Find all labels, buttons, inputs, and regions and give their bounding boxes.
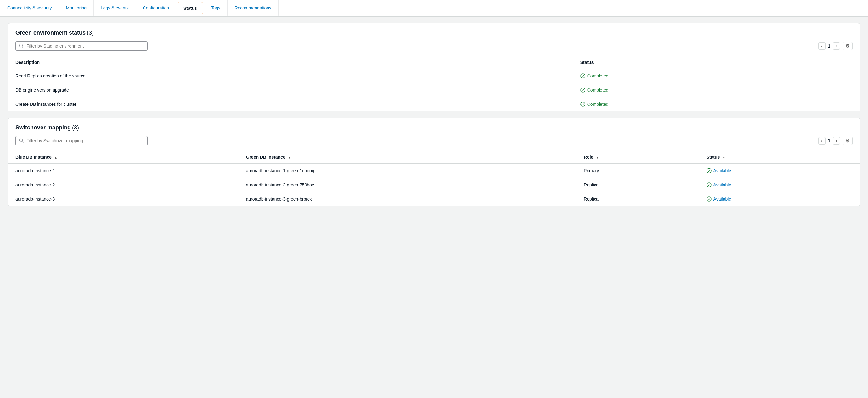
tab-status[interactable]: Status (178, 2, 203, 14)
sort-desc-icon-2: ▼ (596, 156, 599, 159)
switchover-status-cell: Available (699, 178, 860, 192)
switchover-section: Switchover mapping (3) ‹ 1 › ⚙ (7, 118, 861, 206)
green-env-settings-btn[interactable]: ⚙ (842, 42, 852, 50)
check-circle-icon (580, 102, 585, 107)
switchover-role-cell: Replica (576, 192, 699, 206)
tab-tags[interactable]: Tags (204, 0, 228, 17)
green-env-search-input[interactable] (26, 43, 144, 49)
switchover-role-cell: Primary (576, 164, 699, 178)
sort-desc-icon: ▼ (288, 156, 291, 159)
check-circle-icon (707, 182, 712, 187)
switchover-settings-btn[interactable]: ⚙ (842, 137, 852, 145)
green-env-count: (3) (87, 30, 94, 36)
tab-configuration[interactable]: Configuration (136, 0, 176, 17)
switchover-blue-cell: auroradb-instance-3 (8, 192, 239, 206)
check-circle-icon (580, 73, 585, 79)
switchover-green-cell: auroradb-instance-1-green-1onooq (239, 164, 576, 178)
svg-point-2 (581, 74, 585, 78)
switchover-count: (3) (72, 124, 79, 131)
status-completed: Completed (580, 102, 852, 107)
switchover-search-box[interactable] (16, 136, 148, 146)
switchover-role-cell: Replica (576, 178, 699, 192)
check-circle-icon (580, 88, 585, 93)
tab-connectivity[interactable]: Connectivity & security (0, 0, 59, 17)
switchover-search-input[interactable] (26, 138, 144, 143)
switchover-table: Blue DB Instance ▲ Green DB Instance ▼ R… (8, 151, 860, 206)
green-env-col-status: Status (573, 56, 860, 69)
switchover-title: Switchover mapping (16, 124, 71, 131)
switchover-status-cell: Available (699, 192, 860, 206)
check-circle-icon (707, 196, 712, 202)
search-icon (19, 138, 24, 143)
green-env-table: Description Status Read Replica creation… (8, 56, 860, 111)
green-env-next-btn[interactable]: › (833, 42, 840, 50)
status-available[interactable]: Available (707, 168, 852, 173)
switchover-next-btn[interactable]: › (833, 137, 840, 145)
green-env-filter-row: ‹ 1 › ⚙ (8, 41, 860, 56)
green-env-search-box[interactable] (16, 41, 148, 51)
switchover-blue-cell: auroradb-instance-2 (8, 178, 239, 192)
switchover-table-row: auroradb-instance-3 auroradb-instance-3-… (8, 192, 860, 206)
green-env-table-row: DB engine version upgrade Completed (8, 83, 860, 97)
switchover-status-cell: Available (699, 164, 860, 178)
green-env-table-row: Read Replica creation of the source Comp… (8, 69, 860, 83)
switchover-col-status: Status ▼ (699, 151, 860, 164)
green-env-table-row: Create DB instances for cluster Complete… (8, 97, 860, 112)
green-env-description-cell: DB engine version upgrade (8, 83, 573, 97)
svg-line-1 (22, 47, 24, 48)
check-circle-icon (707, 168, 712, 173)
tab-monitoring[interactable]: Monitoring (59, 0, 94, 17)
status-completed: Completed (580, 73, 852, 79)
status-available[interactable]: Available (707, 182, 852, 187)
svg-point-4 (581, 102, 585, 106)
svg-line-6 (22, 142, 24, 143)
status-completed: Completed (580, 88, 852, 93)
green-env-title: Green environment status (16, 30, 86, 36)
svg-point-9 (707, 197, 711, 201)
green-env-status-cell: Completed (573, 69, 860, 83)
green-env-pagination: ‹ 1 › ⚙ (818, 42, 852, 50)
switchover-col-green: Green DB Instance ▼ (239, 151, 576, 164)
tab-recommendations[interactable]: Recommendations (227, 0, 279, 17)
main-content: Green environment status (3) ‹ 1 › ⚙ (0, 17, 868, 213)
green-env-page-num: 1 (828, 43, 831, 49)
switchover-table-header: Blue DB Instance ▲ Green DB Instance ▼ R… (8, 151, 860, 164)
sort-desc-icon-3: ▼ (722, 156, 725, 159)
tab-logs[interactable]: Logs & events (94, 0, 136, 17)
green-env-prev-btn[interactable]: ‹ (818, 42, 826, 50)
svg-point-7 (707, 169, 711, 173)
switchover-pagination: ‹ 1 › ⚙ (818, 137, 852, 145)
switchover-table-row: auroradb-instance-2 auroradb-instance-2-… (8, 178, 860, 192)
green-env-header: Green environment status (3) (8, 23, 860, 41)
green-env-status-cell: Completed (573, 97, 860, 112)
svg-point-3 (581, 88, 585, 92)
switchover-table-row: auroradb-instance-1 auroradb-instance-1-… (8, 164, 860, 178)
switchover-filter-row: ‹ 1 › ⚙ (8, 136, 860, 151)
status-available[interactable]: Available (707, 196, 852, 202)
switchover-page-num: 1 (828, 138, 831, 143)
switchover-col-role: Role ▼ (576, 151, 699, 164)
green-env-section: Green environment status (3) ‹ 1 › ⚙ (7, 23, 861, 112)
green-env-table-header: Description Status (8, 56, 860, 69)
switchover-prev-btn[interactable]: ‹ (818, 137, 826, 145)
green-env-col-description: Description (8, 56, 573, 69)
green-env-status-cell: Completed (573, 83, 860, 97)
tab-bar: Connectivity & security Monitoring Logs … (0, 0, 868, 17)
switchover-green-cell: auroradb-instance-3-green-brbrck (239, 192, 576, 206)
switchover-header: Switchover mapping (3) (8, 118, 860, 136)
switchover-col-blue: Blue DB Instance ▲ (8, 151, 239, 164)
svg-point-8 (707, 183, 711, 187)
green-env-description-cell: Create DB instances for cluster (8, 97, 573, 112)
sort-asc-icon: ▲ (54, 156, 57, 159)
switchover-blue-cell: auroradb-instance-1 (8, 164, 239, 178)
search-icon (19, 43, 24, 49)
green-env-description-cell: Read Replica creation of the source (8, 69, 573, 83)
switchover-green-cell: auroradb-instance-2-green-750hoy (239, 178, 576, 192)
